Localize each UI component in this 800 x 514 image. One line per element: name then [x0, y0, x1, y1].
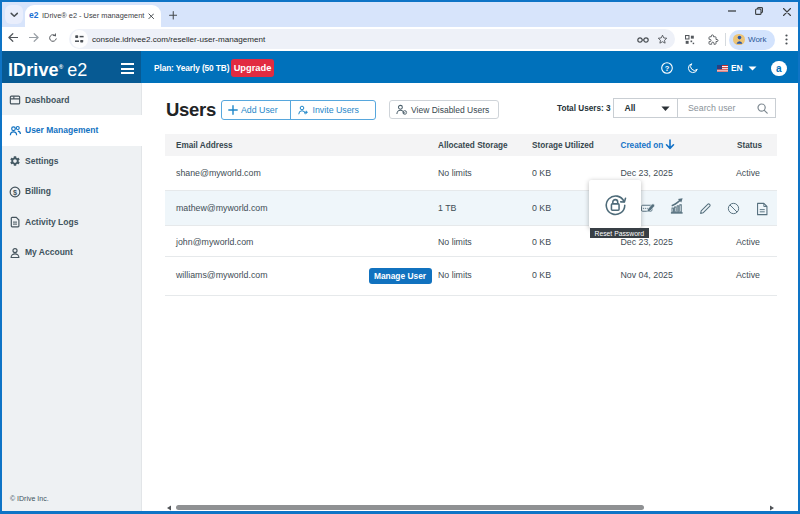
svg-text:?: ?: [664, 64, 669, 73]
svg-text:$: $: [12, 187, 16, 196]
